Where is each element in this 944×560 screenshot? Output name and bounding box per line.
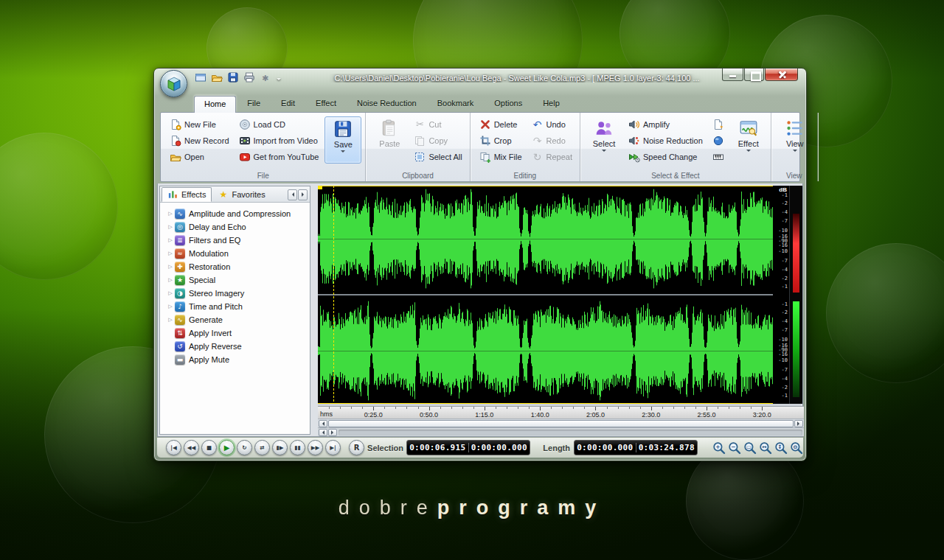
effect-extra-1-button[interactable] <box>709 116 728 132</box>
maximize-button[interactable] <box>744 69 764 81</box>
loop-play-button[interactable]: ↻ <box>237 440 252 455</box>
tree-item-time-and-pitch[interactable]: ▷♪Time and Pitch <box>162 300 310 313</box>
tree-item-restoration[interactable]: ▷✚Restoration <box>162 260 310 273</box>
tab-help[interactable]: Help <box>533 96 569 113</box>
load-cd-button[interactable]: Load CD <box>235 116 323 132</box>
panel-tab-favorites[interactable]: ★Favorites <box>212 187 271 202</box>
tab-effect[interactable]: Effect <box>306 96 346 113</box>
stop-button[interactable]: ■ <box>201 440 217 455</box>
delete-button[interactable]: Delete <box>476 116 526 132</box>
load-cd-icon <box>239 119 251 130</box>
pan-right-button[interactable] <box>328 429 337 436</box>
timeline-ruler[interactable]: hms 0:25.00:50.01:15.01:40.02:05.02:30.0… <box>318 406 804 419</box>
app-menu-orb[interactable] <box>160 70 187 97</box>
tab-bookmark[interactable]: Bookmark <box>428 96 484 113</box>
tree-item-delay-and-echo[interactable]: ▷◎Delay and Echo <box>162 220 310 234</box>
scroll-tabs-left-button[interactable] <box>288 189 297 200</box>
titlebar[interactable]: ✱ C:\Users\Daniel\Desktop\Pobieranie\Lou… <box>154 69 806 89</box>
scroll-left-button[interactable] <box>319 420 327 427</box>
button-label: Import from Video <box>254 136 318 145</box>
pause-button[interactable]: ▮▮ <box>290 440 305 455</box>
tree-item-amplitude-and-compression[interactable]: ▷∿Amplitude and Compression <box>162 207 310 220</box>
pan-left-button[interactable] <box>319 429 327 436</box>
save-button[interactable]: Save <box>324 116 361 164</box>
redo-button[interactable]: ↷Redo <box>528 133 576 148</box>
repeat-button[interactable]: ↻Repeat <box>528 149 576 164</box>
panel-tab-effects[interactable]: Effects <box>162 187 212 202</box>
expander-icon[interactable]: ▷ <box>166 237 175 243</box>
waveform-display[interactable] <box>318 186 773 404</box>
tree-item-generate[interactable]: ▷∿Generate <box>162 313 310 326</box>
undo-button[interactable]: ↶Undo <box>528 116 576 132</box>
expander-icon[interactable]: ▷ <box>166 251 175 256</box>
tree-item-apply-reverse[interactable]: ↺Apply Reverse <box>162 340 310 353</box>
amplify-button[interactable]: Amplify <box>625 116 707 132</box>
zoom-in-button[interactable]: + <box>712 441 726 455</box>
skip-to-end-button[interactable]: ▶| <box>325 440 341 455</box>
tree-item-apply-mute[interactable]: ▬Apply Mute <box>162 353 310 366</box>
cut-button[interactable]: ✂Cut <box>410 116 465 132</box>
expander-icon[interactable]: ▷ <box>166 264 175 270</box>
new-file-button[interactable]: New File <box>166 116 233 132</box>
paste-button[interactable]: Paste <box>371 116 408 164</box>
scrollbar-thumb[interactable] <box>328 420 794 427</box>
close-button[interactable] <box>765 69 798 81</box>
speed-change-button[interactable]: Speed Change <box>625 149 707 164</box>
qat-new-window-button[interactable] <box>192 71 208 85</box>
tree-item-filters-and-eq[interactable]: ▷≣Filters and EQ <box>162 234 310 247</box>
open-button[interactable]: Open <box>166 149 233 164</box>
skip-to-start-button[interactable]: |◀ <box>166 440 181 455</box>
qat-customize-dropdown[interactable] <box>274 71 284 85</box>
effect-button[interactable]: Effect <box>730 116 767 164</box>
scroll-tabs-right-button[interactable] <box>298 189 308 200</box>
tree-item-special[interactable]: ▷★Special <box>162 273 310 287</box>
zoom-vertical-out-button[interactable]: ⊖ <box>790 441 803 455</box>
expander-icon[interactable]: ▷ <box>166 211 175 217</box>
minimize-button[interactable] <box>722 69 743 81</box>
tab-home[interactable]: Home <box>194 96 236 113</box>
record-button[interactable]: R <box>349 440 364 455</box>
expander-icon[interactable]: ▷ <box>166 304 175 309</box>
button-label: Effect <box>738 139 759 148</box>
qat-print-button[interactable] <box>241 71 257 85</box>
get-from-youtube-button[interactable]: Get from YouTube <box>235 149 323 164</box>
effect-extra-3-button[interactable] <box>709 149 728 164</box>
rewind-button[interactable]: ◀◀ <box>184 440 199 455</box>
tab-edit[interactable]: Edit <box>271 96 305 113</box>
expander-icon[interactable]: ▷ <box>166 290 175 296</box>
import-from-video-button[interactable]: Import from Video <box>235 133 323 148</box>
zoom-out-button[interactable]: − <box>728 441 741 455</box>
secondary-scrollbar[interactable] <box>318 427 804 436</box>
qat-options-button[interactable]: ✱ <box>257 71 273 85</box>
tree-item-stereo-imagery[interactable]: ▷◑Stereo Imagery <box>162 287 310 300</box>
play-button[interactable]: ▶ <box>219 440 235 455</box>
horizontal-scrollbar[interactable] <box>318 419 804 427</box>
new-record-button[interactable]: New Record <box>166 133 233 148</box>
select-all-button[interactable]: Select All <box>410 149 465 164</box>
tree-item-modulation[interactable]: ▷≈Modulation <box>162 247 310 260</box>
zoom-full-button[interactable]: ↔ <box>759 441 772 455</box>
effect-extra-2-button[interactable] <box>709 133 728 148</box>
tab-file[interactable]: File <box>237 96 270 113</box>
step-forward-button[interactable]: ▮▶ <box>272 440 288 455</box>
select-button[interactable]: Select <box>586 116 622 164</box>
expander-icon[interactable]: ▷ <box>166 224 175 230</box>
tab-options[interactable]: Options <box>485 96 532 113</box>
tab-noise-reduction[interactable]: Noise Reduction <box>347 96 426 113</box>
view-button[interactable]: View <box>777 116 813 164</box>
expander-icon[interactable]: ▷ <box>166 317 175 323</box>
copy-button[interactable]: Copy <box>410 133 465 148</box>
play-selection-button[interactable]: ⇄ <box>254 440 270 455</box>
noise-reduction-button[interactable]: Noise Reduction <box>625 133 707 148</box>
crop-button[interactable]: Crop <box>476 133 526 148</box>
mix-file-button[interactable]: Mix File <box>476 149 526 164</box>
qat-save-button[interactable] <box>225 71 240 85</box>
zoom-selection-button[interactable]: ▭ <box>743 441 757 455</box>
button-label: Get from YouTube <box>254 153 319 161</box>
zoom-vertical-in-button[interactable]: ↕ <box>774 441 788 455</box>
tree-item-apply-invert[interactable]: ⇅Apply Invert <box>162 326 310 340</box>
expander-icon[interactable]: ▷ <box>166 277 175 283</box>
fast-forward-button[interactable]: ▶▶ <box>308 440 323 455</box>
qat-open-button[interactable] <box>209 71 224 85</box>
scroll-right-button[interactable] <box>794 420 803 427</box>
